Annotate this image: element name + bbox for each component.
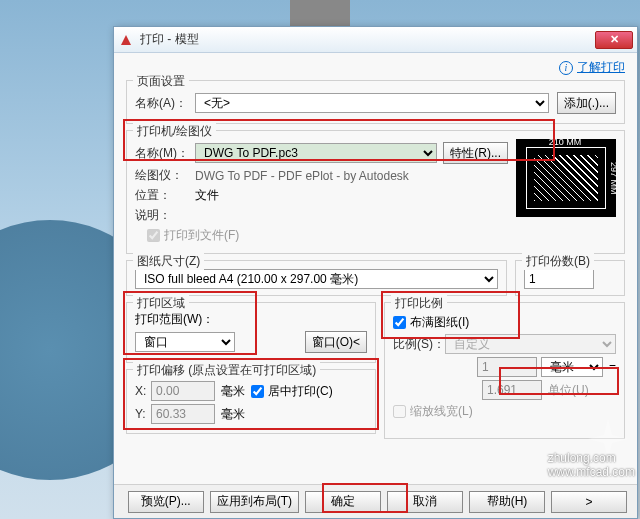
titlebar[interactable]: 打印 - 模型 ✕: [114, 27, 637, 53]
window-pick-button[interactable]: 窗口(O)<: [305, 331, 367, 353]
offset-y-unit: 毫米: [221, 406, 245, 423]
center-checkbox[interactable]: [251, 385, 264, 398]
close-button[interactable]: ✕: [595, 31, 633, 49]
group-title-offset: 打印偏移 (原点设置在可打印区域): [133, 362, 320, 379]
scale-den-unit: 单位(U): [548, 382, 616, 399]
group-print-area: 打印区域 打印范围(W)： 窗口 窗口(O)<: [126, 302, 376, 363]
center-label: 居中打印(C): [268, 383, 333, 400]
page-name-select[interactable]: <无>: [195, 93, 549, 113]
group-title-area: 打印区域: [133, 295, 189, 312]
group-printer: 打印机/绘图仪 名称(M)： DWG To PDF.pc3 特性(R)... 绘…: [126, 130, 625, 254]
group-page-setup: 页面设置 名称(A)： <无> 添加(.)...: [126, 80, 625, 124]
offset-x-unit: 毫米: [221, 383, 245, 400]
print-dialog: 打印 - 模型 ✕ i了解打印 页面设置 名称(A)： <无> 添加(.)...…: [113, 26, 638, 519]
offset-y-input: [151, 404, 215, 424]
printer-name-label: 名称(M)：: [135, 145, 195, 162]
fit-checkbox[interactable]: [393, 316, 406, 329]
scale-select: 自定义: [445, 334, 616, 354]
group-paper-size: 图纸尺寸(Z) ISO full bleed A4 (210.00 x 297.…: [126, 260, 507, 296]
scale-label: 比例(S)：: [393, 336, 445, 353]
preview-height-label: 297 MM: [609, 151, 619, 205]
offset-x-input: [151, 381, 215, 401]
print-to-file-label: 打印到文件(F): [164, 227, 239, 244]
fit-label: 布满图纸(I): [410, 314, 469, 331]
lineweight-checkbox: [393, 405, 406, 418]
info-icon: i: [559, 61, 573, 75]
plotter-label: 绘图仪：: [135, 167, 195, 184]
group-title-copies: 打印份数(B): [522, 253, 594, 270]
paper-size-select[interactable]: ISO full bleed A4 (210.00 x 297.00 毫米): [135, 269, 498, 289]
lineweight-label: 缩放线宽(L): [410, 403, 473, 420]
desc-label: 说明：: [135, 207, 195, 224]
apply-layout-button[interactable]: 应用到布局(T): [210, 491, 299, 513]
help-button[interactable]: 帮助(H): [469, 491, 545, 513]
button-bar: 预览(P)... 应用到布局(T) 确定 取消 帮助(H) >: [114, 484, 637, 518]
print-to-file-checkbox: [147, 229, 160, 242]
app-icon: [118, 32, 134, 48]
paper-preview: 210 MM 297 MM: [516, 139, 616, 217]
svg-marker-0: [121, 35, 131, 45]
window-title: 打印 - 模型: [140, 31, 595, 48]
watermark-text: zhulong.com www.mfcad.com: [548, 451, 635, 479]
print-range-select[interactable]: 窗口: [135, 332, 235, 352]
location-value: 文件: [195, 187, 219, 204]
properties-button[interactable]: 特性(R)...: [443, 142, 508, 164]
copies-input[interactable]: [524, 269, 594, 289]
group-title-scale: 打印比例: [391, 295, 447, 312]
group-copies: 打印份数(B): [515, 260, 625, 296]
plotter-value: DWG To PDF - PDF ePlot - by Autodesk: [195, 169, 409, 183]
equals: =: [609, 360, 616, 374]
learn-print-link[interactable]: 了解打印: [577, 60, 625, 74]
print-range-label: 打印范围(W)：: [135, 311, 367, 328]
page-name-label: 名称(A)：: [135, 95, 195, 112]
preview-width-label: 210 MM: [530, 137, 600, 147]
ok-button[interactable]: 确定: [305, 491, 381, 513]
cancel-button[interactable]: 取消: [387, 491, 463, 513]
scale-unit-select[interactable]: 毫米: [541, 357, 603, 377]
expand-button[interactable]: >: [551, 491, 627, 513]
group-title-printer: 打印机/绘图仪: [133, 123, 216, 140]
scale-den-input: [482, 380, 542, 400]
group-offset: 打印偏移 (原点设置在可打印区域) X: 毫米 居中打印(C) Y: 毫米: [126, 369, 376, 434]
add-button[interactable]: 添加(.)...: [557, 92, 616, 114]
group-title-page-setup: 页面设置: [133, 73, 189, 90]
offset-y-label: Y:: [135, 407, 151, 421]
offset-x-label: X:: [135, 384, 151, 398]
preview-button[interactable]: 预览(P)...: [128, 491, 204, 513]
scale-num-input: [477, 357, 537, 377]
group-title-paper: 图纸尺寸(Z): [133, 253, 204, 270]
location-label: 位置：: [135, 187, 195, 204]
printer-name-select[interactable]: DWG To PDF.pc3: [195, 143, 437, 163]
